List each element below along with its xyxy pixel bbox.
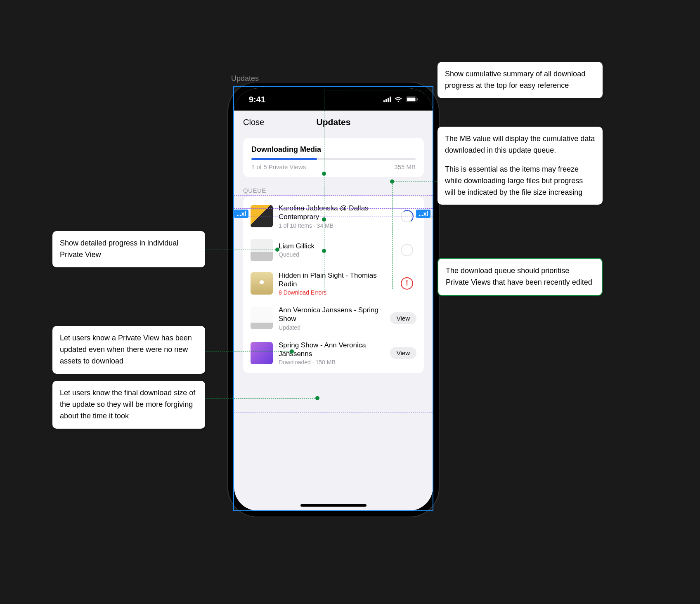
status-bar: 9:41 — [234, 88, 433, 111]
progress-bar-fill — [251, 158, 317, 160]
annotation-card[interactable]: Show detailed progress in individual Pri… — [52, 231, 205, 267]
queue-section-header: QUEUE — [234, 177, 433, 196]
row-subtitle: Downloaded · 150 MB — [279, 359, 384, 366]
canvas-frame-label: Updates — [231, 74, 259, 83]
phone-screen: 9:41 Close Updates Downloading Media 1 o… — [234, 88, 433, 511]
status-icons — [383, 97, 418, 102]
svg-rect-2 — [417, 99, 418, 101]
error-icon: ! — [401, 277, 413, 290]
thumbnail — [251, 342, 273, 364]
annotation-text: Let users know the final download size o… — [60, 387, 198, 422]
row-title: Ann Veronica Janssens - Spring Show — [279, 306, 384, 323]
row-subtitle: 1 of 10 Items · 34 MB — [279, 222, 392, 229]
row-subtitle: Queued — [279, 251, 392, 258]
annotation-card[interactable]: Let users know a Private View has been u… — [52, 326, 205, 374]
summary-mb-value: 355 MB — [394, 163, 416, 170]
queue-row[interactable]: Spring Show - Ann Veronica Janssenns Dow… — [243, 336, 424, 371]
row-title: Karolina Jablonska @ Dallas Contemprary — [279, 204, 392, 222]
svg-rect-1 — [407, 98, 416, 101]
queue-row[interactable]: Ann Veronica Janssens - Spring Show Upda… — [243, 301, 424, 336]
view-button[interactable]: View — [390, 347, 416, 359]
annotation-card[interactable]: Let users know the final download size o… — [52, 381, 205, 429]
row-title: Hidden in Plain Sight - Thomias Radin — [279, 271, 392, 289]
close-button[interactable]: Close — [243, 118, 264, 127]
queue-row[interactable]: Karolina Jablonska @ Dallas Contemprary … — [243, 199, 424, 234]
thumbnail — [251, 307, 273, 329]
queue-row[interactable]: Hidden in Plain Sight - Thomias Radin 8 … — [243, 266, 424, 301]
annotation-text: Let users know a Private View has been u… — [60, 333, 198, 367]
annotation-text: The download queue should prioritise Pri… — [446, 265, 594, 288]
annotation-card-priority[interactable]: The download queue should prioritise Pri… — [438, 258, 603, 296]
queued-spinner-icon — [401, 244, 413, 256]
annotation-text: The MB value will display the cumulative… — [445, 133, 595, 156]
nav-bar: Close Updates — [234, 111, 433, 134]
home-indicator — [300, 504, 367, 507]
annotation-card[interactable]: The MB value will display the cumulative… — [438, 127, 603, 205]
annotation-text: Show cumulative summary of all download … — [445, 68, 595, 92]
view-button[interactable]: View — [390, 312, 416, 324]
phone-frame: 9:41 Close Updates Downloading Media 1 o… — [228, 83, 439, 517]
row-subtitle-error: 8 Download Errors — [279, 289, 392, 296]
battery-icon — [406, 97, 418, 102]
queue-row[interactable]: Liam Gillick Queued — [243, 234, 424, 266]
status-time: 9:41 — [249, 95, 265, 104]
thumbnail — [251, 239, 273, 261]
row-subtitle: Updated — [279, 324, 384, 331]
thumbnail — [251, 272, 273, 295]
annotation-text: This is essential as the items may freez… — [445, 164, 595, 198]
summary-views-count: 1 of 5 Private Views — [251, 163, 306, 170]
row-title: Spring Show - Ann Veronica Janssenns — [279, 341, 384, 359]
queue-list: Karolina Jablonska @ Dallas Contemprary … — [243, 196, 424, 373]
annotation-text: Show detailed progress in individual Pri… — [60, 238, 198, 261]
download-summary-card: Downloading Media 1 of 5 Private Views 3… — [243, 138, 424, 177]
progress-bar — [251, 158, 416, 160]
annotation-card[interactable]: Show cumulative summary of all download … — [438, 62, 603, 98]
summary-title: Downloading Media — [251, 145, 416, 154]
download-spinner-icon — [401, 210, 413, 222]
row-title: Liam Gillick — [279, 242, 392, 250]
thumbnail — [251, 205, 273, 227]
cellular-signal-icon — [383, 97, 391, 102]
wifi-icon — [394, 97, 402, 102]
